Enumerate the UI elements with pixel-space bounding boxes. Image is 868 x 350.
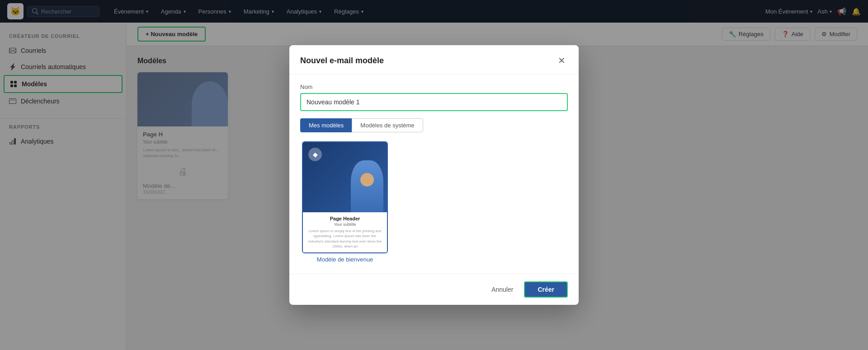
name-field-label: Nom [300,84,568,90]
create-button[interactable]: Créer [524,281,568,298]
cancel-button[interactable]: Annuler [486,282,519,297]
template-option-label: Modèle de bienvenue [302,256,388,263]
template-logo: ◆ [308,148,322,161]
template-name-input[interactable] [300,93,568,111]
modal-overlay[interactable]: Nouvel e-mail modèle ✕ Nom Mes modèles M… [0,0,868,350]
template-option-title: Page Header [307,216,382,221]
tab-modeles-systeme[interactable]: Modèles de système [352,118,423,132]
template-option-text: Lorem ipsum is simply text of the printi… [307,229,382,249]
modal-title: Nouvel e-mail modèle [300,56,384,65]
template-option-subtitle: Your subtitle [307,222,382,227]
modal-footer: Annuler Créer [289,274,579,305]
template-option-body: Page Header Your subtitle Lorem ipsum is… [303,212,387,252]
modal-tabs: Mes modèles Modèles de système [300,118,568,132]
tab-mes-modeles[interactable]: Mes modèles [300,118,352,132]
template-option-image: ◆ [303,142,387,212]
new-template-modal: Nouvel e-mail modèle ✕ Nom Mes modèles M… [289,45,579,305]
template-option-card: ◆ Page Header Your subtitle Lorem ipsum [302,141,388,253]
modal-close-button[interactable]: ✕ [555,54,568,67]
modal-body: Nom Mes modèles Modèles de système ◆ [289,75,579,274]
modal-header: Nouvel e-mail modèle ✕ [289,45,579,75]
template-option-welcome[interactable]: ◆ Page Header Your subtitle Lorem ipsum [302,141,388,263]
template-selector: ◆ Page Header Your subtitle Lorem ipsum [300,140,568,265]
